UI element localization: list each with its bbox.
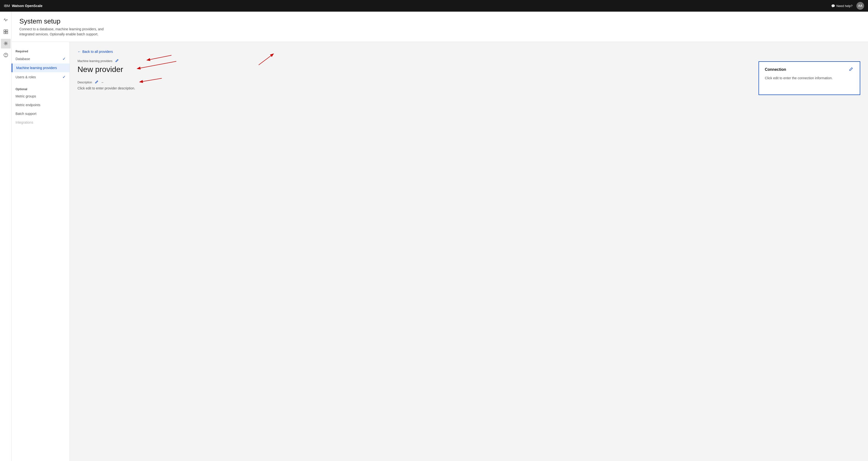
page-header: System setup Connect to a database, mach… [11, 11, 868, 42]
page-subtitle: Connect to a database, machine learning … [20, 27, 860, 37]
nav-item-metric-groups[interactable]: Metric groups [11, 92, 69, 100]
svg-rect-0 [4, 30, 6, 31]
nav-label-metric-endpoints: Metric endpoints [16, 103, 40, 107]
connection-title: Connection [765, 67, 786, 72]
nav-item-integrations[interactable]: Integrations [11, 118, 69, 127]
page-title: System setup [20, 18, 860, 25]
description-label-text: Description [78, 81, 92, 84]
check-icon-database: ✓ [62, 56, 66, 61]
top-nav-right: 💬 Need help? AA [831, 2, 864, 10]
annotation-arrows [70, 42, 868, 461]
help-label: Need help? [837, 4, 853, 8]
chat-icon: 💬 [831, 4, 835, 8]
check-icon-users: ✓ [62, 75, 66, 79]
description-label: Description ← [78, 80, 223, 85]
help-link[interactable]: 💬 Need help? [831, 4, 853, 8]
connection-card: Connection Click edit to enter the conne… [758, 61, 860, 95]
help-icon-btn[interactable] [1, 50, 11, 60]
optional-section-label: Optional [11, 86, 69, 92]
nav-label-ml-providers: Machine learning providers [16, 66, 57, 70]
svg-line-11 [259, 54, 273, 65]
main-wrapper: System setup Connect to a database, mach… [11, 11, 868, 461]
svg-rect-1 [6, 30, 8, 31]
avatar[interactable]: AA [857, 2, 864, 10]
back-link[interactable]: ← Back to all providers [78, 50, 860, 54]
dashboard-icon-btn[interactable] [1, 27, 11, 37]
provider-detail: Machine learning providers New provider … [78, 58, 223, 90]
back-link-label: Back to all providers [82, 50, 113, 54]
nav-item-users-roles[interactable]: Users & roles ✓ [11, 72, 69, 82]
nav-label-metric-groups: Metric groups [16, 94, 36, 98]
activity-icon [4, 18, 8, 23]
nav-label-batch-support: Batch support [16, 112, 36, 116]
left-nav: Required Database ✓ Machine learning pro… [11, 42, 70, 461]
breadcrumb-label: Machine learning providers [78, 58, 223, 63]
dashboard-icon [4, 30, 8, 35]
breadcrumb-text: Machine learning providers [78, 59, 113, 63]
nav-label-users-roles: Users & roles [16, 75, 36, 79]
description-arrow-hint: ← [101, 81, 104, 84]
edit-provider-name-button[interactable] [114, 58, 120, 63]
back-arrow-icon: ← [78, 50, 81, 54]
nav-item-database[interactable]: Database ✓ [11, 54, 69, 63]
svg-rect-3 [6, 32, 8, 34]
svg-rect-2 [4, 32, 6, 34]
settings-icon [4, 41, 8, 46]
brand-product: Watson OpenScale [12, 4, 42, 8]
connection-description: Click edit to enter the connection infor… [765, 76, 854, 80]
settings-icon-btn[interactable] [1, 39, 11, 49]
help-icon [4, 53, 8, 58]
nav-item-ml-providers[interactable]: Machine learning providers [11, 63, 69, 72]
brand-logo: IBM Watson OpenScale [4, 4, 42, 8]
description-text: Click edit to enter provider description… [78, 86, 223, 90]
nav-item-metric-endpoints[interactable]: Metric endpoints [11, 100, 69, 109]
connection-card-header: Connection [765, 67, 854, 72]
nav-label-integrations: Integrations [16, 120, 33, 124]
edit-connection-button[interactable] [848, 67, 854, 72]
nav-label-database: Database [16, 57, 30, 61]
avatar-initials: AA [858, 4, 862, 7]
content-area: Required Database ✓ Machine learning pro… [11, 42, 868, 461]
left-icon-bar [0, 11, 11, 461]
main-content: ← Back to all providers Machine learning… [70, 42, 868, 461]
top-navigation: IBM Watson OpenScale 💬 Need help? AA [0, 0, 868, 11]
edit-description-button[interactable] [94, 80, 99, 85]
nav-item-batch-support[interactable]: Batch support [11, 109, 69, 118]
required-section-label: Required [11, 48, 69, 54]
activity-icon-btn[interactable] [1, 16, 11, 25]
provider-title: New provider [78, 65, 223, 74]
brand-ibm: IBM [4, 4, 10, 8]
svg-point-4 [5, 42, 6, 44]
